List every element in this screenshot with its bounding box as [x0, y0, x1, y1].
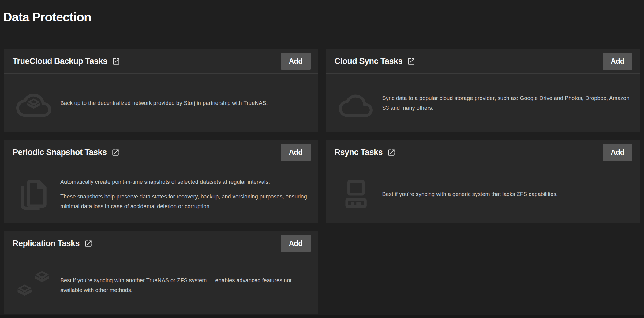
card-icon-box	[14, 268, 53, 302]
card-title-link[interactable]: TrueCloud Backup Tasks	[13, 57, 107, 66]
card-description-paragraph: Sync data to a popular cloud storage pro…	[382, 93, 632, 113]
card-body: Best if you're syncing with another True…	[4, 256, 318, 314]
add-button[interactable]: Add	[281, 144, 311, 161]
card-body: Back up to the decentralized network pro…	[4, 74, 318, 132]
card-periodic-snapshot: Periodic Snapshot Tasks Add Automaticall…	[4, 140, 318, 223]
snapshot-copy-icon	[16, 176, 52, 212]
add-button[interactable]: Add	[281, 53, 311, 70]
card-header: Rsync Tasks Add	[326, 140, 640, 165]
viewport-bottom-edge	[0, 315, 644, 318]
card-description: Sync data to a popular cloud storage pro…	[382, 93, 632, 113]
card-header: Replication Tasks Add	[4, 231, 318, 256]
card-truecloud-backup: TrueCloud Backup Tasks Add Back up to th…	[4, 49, 318, 132]
card-icon-box	[336, 89, 375, 117]
card-replication: Replication Tasks Add Best if you're syn…	[4, 231, 318, 314]
card-header: TrueCloud Backup Tasks Add	[4, 49, 318, 74]
add-button[interactable]: Add	[603, 144, 632, 161]
card-description: Back up to the decentralized network pro…	[60, 98, 268, 108]
card-header: Periodic Snapshot Tasks Add	[4, 140, 318, 165]
card-description: Best if you're syncing with a generic sy…	[382, 189, 558, 199]
cloud-icon	[339, 89, 373, 117]
open-in-new-icon[interactable]	[84, 239, 92, 248]
card-body: Automatically create point-in-time snaps…	[4, 165, 318, 223]
card-title-link[interactable]: Replication Tasks	[13, 239, 80, 248]
storj-cloud-icon	[16, 88, 51, 118]
cards-grid: TrueCloud Backup Tasks Add Back up to th…	[4, 49, 640, 314]
open-in-new-icon[interactable]	[407, 57, 415, 65]
replication-boxes-icon	[14, 268, 53, 302]
page-title: Data Protection	[3, 10, 91, 24]
card-header: Cloud Sync Tasks Add	[326, 49, 640, 74]
card-body: Sync data to a popular cloud storage pro…	[326, 74, 640, 132]
card-icon-box	[336, 178, 375, 210]
card-title-link[interactable]: Cloud Sync Tasks	[335, 57, 403, 66]
card-cloud-sync: Cloud Sync Tasks Add Sync data to a popu…	[326, 49, 640, 132]
add-button[interactable]: Add	[281, 235, 311, 252]
card-description-paragraph: Best if you're syncing with another True…	[60, 275, 310, 295]
card-icon-box	[14, 88, 53, 118]
card-title-link[interactable]: Periodic Snapshot Tasks	[13, 148, 107, 157]
computer-icon	[339, 178, 372, 210]
card-description-paragraph: Back up to the decentralized network pro…	[60, 98, 268, 108]
add-button[interactable]: Add	[603, 53, 632, 70]
card-description-paragraph: Best if you're syncing with a generic sy…	[382, 189, 558, 199]
card-description-paragraph: These snapshots help preserve data state…	[60, 192, 310, 211]
card-description: Automatically create point-in-time snaps…	[60, 177, 310, 211]
card-description: Best if you're syncing with another True…	[60, 275, 310, 295]
card-icon-box	[14, 176, 53, 212]
card-description-paragraph: Automatically create point-in-time snaps…	[60, 177, 310, 187]
open-in-new-icon[interactable]	[112, 57, 120, 65]
open-in-new-icon[interactable]	[111, 148, 120, 157]
card-title-link[interactable]: Rsync Tasks	[335, 148, 383, 157]
card-rsync: Rsync Tasks Add Best if you're syncing w…	[326, 140, 640, 223]
open-in-new-icon[interactable]	[387, 148, 395, 157]
page-header: Data Protection	[0, 0, 644, 33]
card-body: Best if you're syncing with a generic sy…	[326, 165, 640, 223]
